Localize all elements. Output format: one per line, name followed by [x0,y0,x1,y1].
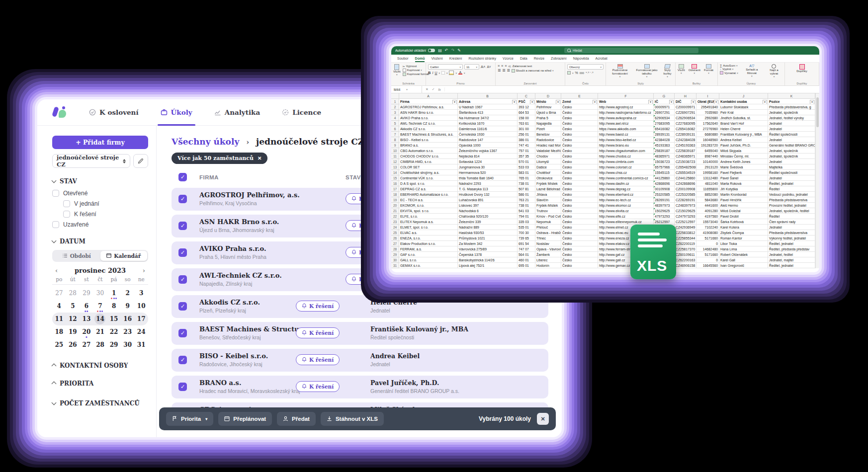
sheet-cell[interactable]: CZ25839187 [675,148,696,154]
calendar-day[interactable]: 11 [52,313,66,325]
sheet-header-cell[interactable]: Pozice▾ [768,99,815,104]
sheet-header-cell[interactable]: IČ▾ [654,99,675,104]
sheet-cell[interactable]: Česko [561,219,598,225]
cell-styles-button[interactable]: Styly buňky▾ [662,64,673,79]
sheet-cell[interactable]: Česko [561,164,598,170]
sheet-cell[interactable]: Liberec [535,257,561,263]
row-number[interactable]: 1 [391,99,399,104]
sheet-cell[interactable]: 8987440 [696,154,719,159]
status-pill[interactable]: K řešení [296,381,340,392]
sheet-cell[interactable]: CZ6548250607 [675,164,696,170]
status-pill[interactable]: K řešení [346,220,389,231]
sheet-cell[interactable]: Česko [561,252,598,257]
sheet-cell[interactable]: 533 03 [518,164,535,170]
sheet-cell[interactable]: FERRAM, a.s. [399,246,458,252]
sheet-cell[interactable]: ELMET, spol. s r.o. [399,225,458,230]
align-top-icon[interactable]: ≡ [498,64,500,68]
sheet-cell[interactable]: http://www.colorset.cz [598,164,654,170]
calendar-day[interactable]: 5 [66,300,80,313]
filter-dropdown-icon[interactable]: ▾ [714,100,718,104]
sheet-cell[interactable]: 0 [696,241,719,246]
sheet-cell[interactable]: http://www.continental.com/cs-cz [598,175,654,181]
sheet-cell[interactable]: Nepomuk [535,219,561,225]
sheet-cell[interactable]: BISO - Keibel s.r.o. [399,137,458,143]
sheet-cell[interactable]: 738 01 [518,181,535,186]
sheet-cell[interactable]: Lískovec 397 [458,203,518,208]
sheet-cell[interactable]: Česko [561,115,598,121]
sheet-cell[interactable]: 386 01 [518,137,535,143]
clear-button[interactable]: Vymazat▾ [720,71,738,75]
select-all-corner[interactable] [391,93,399,99]
checkbox-unchecked[interactable] [52,221,59,228]
row-checkbox[interactable]: ✓ [178,383,187,391]
sheet-cell[interactable]: https://www.akkodis.com [598,126,654,132]
sheet-cell[interactable]: Martin Kronborád [719,192,768,197]
sheet-cell[interactable]: 11655800 [696,186,719,192]
thousands-icon[interactable]: 000 [580,72,584,75]
sheet-cell[interactable]: Česko [561,263,598,268]
sheet-cell[interactable]: Náchodská 6 [458,208,518,214]
sheet-cell[interactable]: Průmyslová 1021 [458,236,518,241]
filter-dropdown-icon[interactable]: ▾ [593,100,597,104]
sheet-cell[interactable]: Předseda představenstva [768,230,815,236]
row-checkbox[interactable]: ✓ [178,222,187,230]
sheet-cell[interactable]: 4441600 [696,203,719,208]
sheet-cell[interactable]: Česko [561,208,598,214]
calendar-day[interactable]: 24 [134,325,148,338]
sheet-cell[interactable]: 5843680 [696,197,719,203]
section-datum[interactable]: DATUM [52,238,148,245]
sheet-cell[interactable]: http://www.brano.eu [598,143,654,148]
sheet-cell[interactable]: Petr Král [719,110,768,115]
row-checkbox[interactable]: ✓ [178,356,187,364]
sheet-cell[interactable]: František Kulovaný jr., MBA [719,132,768,137]
sheet-header-cell[interactable]: Kontaktní osoba▾ [719,99,768,104]
sheet-cell[interactable]: CZ48397973 [675,203,696,208]
date-tab-list[interactable]: Období [53,251,100,261]
sheet-cell[interactable]: ENEZA, s.r.o. [399,236,458,241]
sheet-cell[interactable]: Výkonný ředitel, jednatel [768,236,815,241]
number-format-select[interactable]: Obecný▾ [567,64,604,70]
sheet-cell[interactable]: 28269191 [654,197,675,203]
status-pill[interactable]: K řešení [296,327,340,338]
calendar-day[interactable]: 18 [52,325,66,338]
sheet-cell[interactable]: Česko [561,186,598,192]
sheet-cell[interactable]: 393 12 [518,104,535,110]
sheet-cell[interactable]: GEMAX s.r.o. [399,263,458,268]
sheet-cell[interactable]: CZ15036723 [675,159,696,164]
sheet-cell[interactable]: 42384028 [654,137,675,143]
row-number[interactable]: 23 [391,219,399,225]
merge-center-button[interactable]: Sloučit a zarovnat na střed▾ [512,69,554,73]
sheet-cell[interactable]: 8852080 [696,192,719,197]
checkbox-unchecked[interactable] [63,200,70,207]
sheet-cell[interactable]: 757 01 [518,148,535,154]
sheet-cell[interactable]: Karel Kotera [719,225,768,230]
sheet-cell[interactable]: CZ46906158 [675,263,696,268]
calendar-day[interactable]: 29 [107,338,121,351]
sheet-cell[interactable]: http://www.elitexnepomuk.cz [598,219,654,225]
sheet-cell[interactable]: Jednatel [768,121,815,126]
sheet-cell[interactable]: CZ00109908 [675,186,696,192]
sheet-header-cell[interactable]: PSČ▾ [518,99,535,104]
sheet-cell[interactable]: Akkodis CZ s.r.o. [399,126,458,132]
sheet-cell[interactable]: Železničního vojska 1367 [458,148,518,154]
sheet-cell[interactable]: Lubomír Stoklásek [719,104,768,110]
sheet-cell[interactable]: Roman Kantor [719,236,768,241]
calendar-day[interactable]: 26 [66,338,80,351]
sheet-cell[interactable]: 763 21 [518,197,535,203]
sheet-cell[interactable]: Česko [561,143,598,148]
align-middle-icon[interactable]: ≡ [501,64,503,68]
sheet-cell[interactable]: Česko [561,137,598,143]
sheet-cell[interactable]: Robert Otčenášek [719,252,768,257]
sheet-cell[interactable]: 295491840 [696,104,719,110]
filter-dropdown-icon[interactable]: ▾ [669,100,674,104]
sheet-cell[interactable]: 00009971 [654,104,675,110]
italic-button[interactable]: I [432,71,433,75]
sheet-cell[interactable]: Česko [561,126,598,132]
undo-icon[interactable]: ↶ [445,48,448,53]
calendar-day[interactable]: 3 [134,287,148,300]
sheet-cell[interactable]: Čeperská 1378 [458,252,518,257]
calendar-day[interactable]: 15 [107,313,121,325]
breadcrumb-all-tasks[interactable]: Všechny úkoly [172,137,239,147]
sheet-cell[interactable]: CZ25817370 [675,246,696,252]
row-number[interactable]: 4 [391,115,399,121]
